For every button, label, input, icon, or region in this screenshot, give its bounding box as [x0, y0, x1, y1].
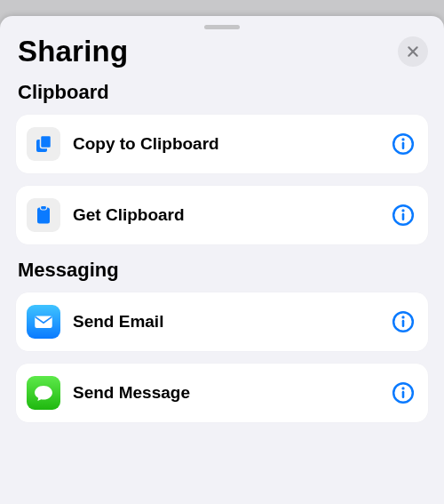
svg-point-8	[401, 209, 404, 212]
action-sheet: Sharing Clipboard Copy to Clipboard	[0, 16, 444, 504]
svg-rect-16	[402, 391, 405, 398]
mail-app-icon	[27, 305, 60, 339]
svg-point-3	[401, 138, 404, 140]
info-icon	[392, 204, 415, 227]
info-button[interactable]	[391, 132, 416, 156]
sheet-grabber[interactable]	[204, 25, 240, 29]
action-send-message[interactable]: Send Message	[16, 364, 428, 422]
svg-rect-1	[41, 136, 52, 148]
action-label: Send Message	[73, 383, 391, 403]
messages-app-icon	[27, 376, 60, 410]
info-icon	[392, 310, 415, 333]
svg-rect-4	[402, 142, 405, 149]
info-button[interactable]	[391, 203, 416, 228]
action-label: Send Email	[73, 312, 391, 332]
info-button[interactable]	[391, 380, 416, 405]
action-label: Copy to Clipboard	[73, 134, 391, 154]
sheet-title: Sharing	[18, 35, 128, 68]
copy-icon	[27, 127, 60, 161]
svg-rect-6	[41, 206, 47, 211]
action-send-email[interactable]: Send Email	[16, 292, 428, 351]
action-label: Get Clipboard	[73, 205, 391, 225]
section-header-messaging: Messaging	[18, 259, 428, 282]
section-header-clipboard: Clipboard	[18, 81, 428, 104]
info-icon	[392, 132, 415, 156]
svg-point-12	[401, 316, 404, 318]
info-button[interactable]	[391, 309, 416, 334]
sheet-header: Sharing	[16, 35, 428, 68]
close-icon	[406, 44, 420, 59]
clipboard-icon	[27, 198, 60, 232]
action-get-clipboard[interactable]: Get Clipboard	[16, 186, 428, 244]
svg-rect-9	[402, 213, 405, 220]
close-button[interactable]	[398, 36, 428, 67]
svg-rect-13	[402, 320, 405, 327]
action-copy-to-clipboard[interactable]: Copy to Clipboard	[16, 115, 428, 173]
svg-point-15	[401, 387, 404, 389]
info-icon	[392, 381, 415, 404]
